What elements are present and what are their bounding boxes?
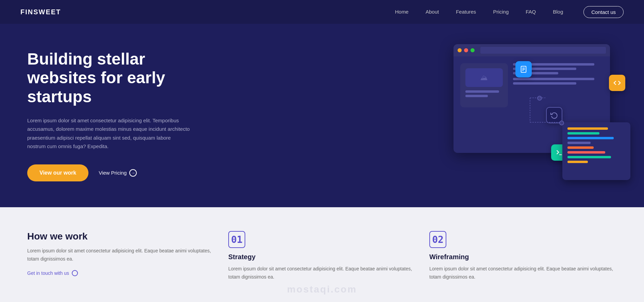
view-our-work-button[interactable]: View our work <box>27 164 88 181</box>
how-we-work-section: How we work Lorem ipsum dolor sit amet c… <box>0 207 644 302</box>
code-line-6 <box>567 151 605 154</box>
card-lines <box>465 90 503 97</box>
how-title: How we work <box>27 231 215 242</box>
card-line-2 <box>465 95 488 97</box>
browser-body: ⛰ <box>453 56 610 114</box>
navbar: FINSWEET Home About Features Pricing FAQ… <box>0 0 644 24</box>
nav-item-faq[interactable]: FAQ <box>526 9 536 15</box>
step-1-card: 01 Strategy Lorem ipsum dolor sit amet c… <box>228 231 416 281</box>
code-line-7 <box>567 156 611 158</box>
step-2-card: 02 Wireframing Lorem ipsum dolor sit ame… <box>429 231 617 281</box>
code-card <box>562 122 630 180</box>
nav-item-pricing[interactable]: Pricing <box>493 9 509 15</box>
mountain-icon: ⛰ <box>480 73 488 82</box>
connector-dot-1 <box>537 96 542 101</box>
code-line-8 <box>567 161 588 163</box>
step-2-description: Lorem ipsum dolor sit amet consectetur a… <box>429 265 617 281</box>
how-description: Lorem ipsum dolor sit amet consectetur a… <box>27 247 215 263</box>
step-1-description: Lorem ipsum dolor sit amet consectetur a… <box>228 265 416 281</box>
step-1-number: 01 <box>228 231 245 248</box>
dot-red <box>464 48 468 52</box>
code-line-3 <box>567 137 614 139</box>
hero-buttons: View our work View Pricing → <box>27 164 204 181</box>
mini-line-d <box>513 78 594 80</box>
code-line-2 <box>567 132 599 135</box>
circle-arrow-icon: → <box>129 169 137 177</box>
hero-content: Building stellar websites for early star… <box>27 50 204 181</box>
image-placeholder: ⛰ <box>465 68 503 87</box>
how-left-column: How we work Lorem ipsum dolor sit amet c… <box>27 231 215 276</box>
code-line-4 <box>567 142 591 144</box>
code-line-1 <box>567 127 608 130</box>
card-line-1 <box>465 90 499 93</box>
contact-us-button[interactable]: Contact us <box>583 6 624 18</box>
nav-item-features[interactable]: Features <box>456 9 476 15</box>
nav-item-about[interactable]: About <box>426 9 439 15</box>
nav-item-home[interactable]: Home <box>395 9 409 15</box>
step-1-title: Strategy <box>228 253 416 261</box>
step-2-title: Wireframing <box>429 253 617 261</box>
bubble-document-icon <box>515 61 532 77</box>
nav-links: Home About Features Pricing FAQ Blog <box>395 9 563 15</box>
card-widget: ⛰ <box>460 63 508 107</box>
code-lines <box>567 127 625 163</box>
brand-logo[interactable]: FINSWEET <box>20 8 61 16</box>
dot-green <box>470 48 475 52</box>
bubble-code-icon <box>609 75 625 91</box>
connector-dot-2 <box>559 121 564 125</box>
hero-description: Lorem ipsum dolor sit amet consectetur a… <box>27 116 191 151</box>
nav-item-blog[interactable]: Blog <box>553 9 563 15</box>
browser-titlebar <box>453 44 610 56</box>
circle-icon <box>72 270 78 276</box>
mini-line-e <box>513 82 576 85</box>
watermark: mostaqi.com <box>287 284 357 295</box>
dot-yellow <box>458 48 462 52</box>
code-line-5 <box>567 146 594 149</box>
hero-illustration: ⛰ <box>440 44 630 187</box>
hero-title: Building stellar websites for early star… <box>27 50 204 106</box>
url-bar <box>480 47 606 54</box>
hero-section: Building stellar websites for early star… <box>0 24 644 207</box>
view-pricing-button[interactable]: View Pricing → <box>99 169 137 177</box>
mini-lines-2 <box>513 78 603 85</box>
step-2-number: 02 <box>429 231 446 248</box>
get-in-touch-link[interactable]: Get in touch with us <box>27 270 215 276</box>
